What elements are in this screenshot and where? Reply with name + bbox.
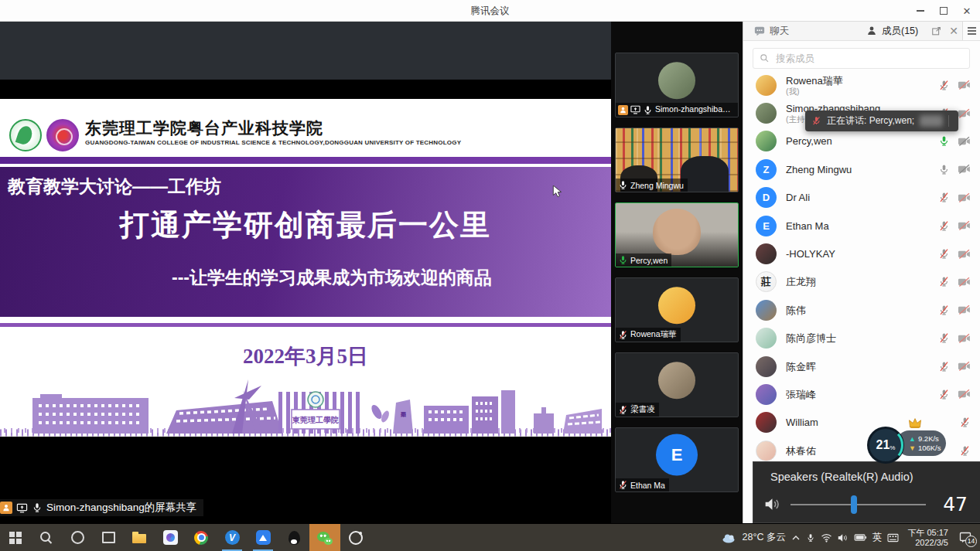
tab-members[interactable]: 成员(15) [866, 25, 918, 38]
search-icon [760, 53, 770, 63]
wifi-icon[interactable] [821, 533, 832, 542]
camera-status-icon[interactable] [958, 220, 971, 231]
video-tile[interactable]: 梁書凌 [615, 352, 739, 417]
taskbar-clock[interactable]: 下午 05:17 2022/3/5 [907, 528, 948, 548]
banner-title: 打通产学研创商最后一公里 [0, 206, 611, 245]
mic-status-icon[interactable] [938, 164, 950, 175]
participant-name: Ethan Ma [630, 481, 665, 490]
volume-slider[interactable] [790, 504, 926, 505]
member-row[interactable]: 張瑞峰 [743, 380, 980, 408]
video-v-icon[interactable] [217, 524, 248, 551]
banner-subtitle: ---让学生的学习成果成为市场欢迎的商品 [172, 266, 492, 290]
mic-status-icon[interactable] [959, 445, 971, 457]
member-avatar [756, 131, 777, 151]
video-tile[interactable]: Simon-zhangshibang的… [615, 53, 739, 117]
member-row[interactable]: E Ethan Ma [743, 212, 980, 240]
mic-status-icon[interactable] [938, 361, 950, 372]
participant-avatar [658, 287, 695, 324]
camera-status-icon[interactable] [958, 361, 971, 372]
camera-status-icon[interactable] [958, 333, 971, 344]
wechat-icon[interactable] [309, 524, 340, 551]
video-tile[interactable]: Zheng Mingwu [615, 128, 739, 192]
input-language[interactable]: 英 [872, 531, 883, 544]
member-row[interactable]: 陈伟 [743, 296, 980, 324]
camera-status-icon[interactable] [958, 277, 971, 287]
camera-status-icon[interactable] [958, 192, 971, 203]
minimize-icon[interactable] [909, 0, 932, 22]
qq-icon[interactable] [278, 524, 309, 551]
battery-icon[interactable] [854, 533, 867, 542]
video-tile[interactable]: Rowena瑞華 [615, 277, 739, 342]
close-panel-icon[interactable]: ✕ [945, 22, 962, 40]
tray-expand-icon[interactable] [791, 534, 801, 542]
muted-mic-icon[interactable] [811, 116, 821, 126]
member-name: Ethan Ma [786, 220, 938, 232]
start-icon[interactable] [0, 524, 31, 551]
member-row[interactable]: Rowena瑞華 (我) [743, 71, 980, 99]
member-avatar [756, 103, 777, 124]
explorer-icon[interactable] [124, 524, 155, 551]
member-role: (我) [786, 87, 938, 96]
action-center-icon[interactable]: 14 [955, 528, 975, 548]
video-tile[interactable]: E Ethan Ma [615, 427, 739, 492]
member-row[interactable]: William [743, 409, 980, 437]
camera-status-icon[interactable] [958, 136, 971, 147]
weather-text[interactable]: 28°C 多云 [743, 531, 786, 544]
mic-status-icon[interactable] [938, 220, 950, 232]
member-row[interactable]: 陈尚彦博士 [743, 325, 980, 352]
recorder-icon[interactable] [340, 524, 371, 551]
search-input[interactable] [774, 53, 963, 65]
touch-keyboard-icon[interactable] [887, 533, 899, 542]
member-row[interactable]: 陈金晖 [743, 352, 980, 380]
member-row[interactable]: 莊 庄龙翔 [743, 268, 980, 296]
member-search[interactable] [753, 48, 970, 69]
camera-status-icon[interactable] [958, 80, 971, 90]
popout-panel-icon[interactable] [928, 22, 945, 40]
camera-status-icon[interactable] [958, 249, 971, 260]
docs-icon[interactable] [248, 524, 278, 551]
college-logo-purple [46, 119, 79, 151]
panel-menu-icon[interactable] [962, 22, 980, 40]
tab-chat[interactable]: 聊天 [754, 25, 789, 38]
camera-status-icon[interactable] [958, 304, 971, 315]
close-icon[interactable]: ✕ [955, 0, 978, 22]
mic-status-icon [618, 480, 628, 490]
mic-status-icon[interactable] [938, 192, 950, 203]
mic-status-icon [618, 180, 628, 190]
member-row[interactable]: D Dr Ali [743, 184, 980, 212]
mic-status-icon[interactable] [938, 248, 950, 260]
weather-cloud-icon[interactable] [722, 532, 737, 543]
tray-volume-icon[interactable] [838, 533, 849, 542]
campus-illustration: 東莞理工學院 學而知不足 [0, 369, 611, 437]
cpu-usage-overlay[interactable]: 21% [867, 427, 904, 464]
mic-status-icon[interactable] [938, 276, 950, 287]
member-row[interactable]: Z Zheng Mingwu [743, 155, 980, 183]
meeting-icon[interactable] [155, 524, 186, 551]
task-view-icon[interactable] [93, 524, 124, 551]
volume-slider-handle[interactable] [851, 495, 857, 514]
video-strip: Simon-zhangshibang的… Zheng Mingwu Percy,… [611, 22, 743, 523]
mic-status-icon[interactable] [938, 389, 950, 400]
member-avatar [756, 75, 777, 96]
mic-in-use-icon[interactable] [806, 532, 815, 543]
search-icon[interactable] [31, 524, 62, 551]
member-row[interactable]: Percy,wen [743, 128, 980, 155]
mic-status-icon[interactable] [938, 304, 950, 316]
speaker-icon[interactable] [764, 497, 781, 512]
window-titlebar: 腾讯会议 ✕ [0, 0, 980, 22]
mic-status-icon[interactable] [959, 417, 971, 428]
camera-status-icon[interactable] [958, 389, 971, 400]
mic-status-icon[interactable] [938, 135, 950, 147]
volume-value: 47 [935, 493, 968, 515]
mic-status-icon[interactable] [938, 80, 950, 91]
camera-status-icon[interactable] [958, 108, 971, 119]
speaking-toast-text: 正在讲话: Percy,wen; [827, 114, 914, 128]
mic-status-icon[interactable] [938, 332, 950, 344]
member-row[interactable]: -HOLYKAY [743, 240, 980, 267]
cortana-icon[interactable] [62, 524, 93, 551]
video-tile[interactable]: Percy,wen [615, 202, 739, 267]
chrome-icon[interactable] [186, 524, 217, 551]
restore-icon[interactable] [932, 0, 955, 22]
camera-status-icon[interactable] [958, 164, 971, 175]
tile-name-bar: Zheng Mingwu [616, 179, 688, 192]
